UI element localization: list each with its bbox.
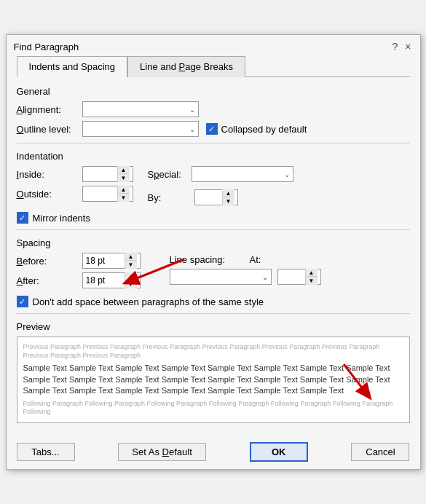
before-spinner-buttons: ▲ ▼ — [125, 253, 137, 269]
outside-up-button[interactable]: ▲ — [118, 186, 130, 194]
after-value: 18 pt — [86, 275, 125, 286]
at-down-button[interactable]: ▼ — [306, 277, 317, 285]
spacing-label: Spacing — [17, 237, 410, 248]
at-label-ls: At: — [250, 254, 261, 265]
outside-row: Outside: ▲ ▼ — [17, 186, 133, 202]
inside-spinner-buttons: ▲ ▼ — [117, 166, 130, 182]
preview-label: Preview — [17, 321, 410, 332]
by-row: By: ▲ ▼ — [148, 189, 293, 205]
line-spacing-select[interactable]: ⌄ — [170, 269, 272, 285]
outside-down-button[interactable]: ▼ — [118, 194, 130, 202]
by-spinner[interactable]: ▲ ▼ — [194, 189, 238, 205]
collapsed-checkbox[interactable]: ✓ — [206, 123, 218, 135]
dont-add-space-checkbox[interactable]: ✓ — [17, 296, 28, 307]
svg-line-3 — [344, 364, 369, 397]
inside-row: Inside: ▲ ▼ — [17, 166, 133, 182]
outline-level-arrow-icon: ⌄ — [189, 125, 195, 133]
dialog-body: Indents and Spacing Line and Page Breaks… — [7, 55, 420, 436]
line-spacing-col: Line spacing: At: ⌄ ▲ ▼ — [170, 254, 321, 288]
general-label: General — [17, 86, 410, 97]
special-row: Special: ⌄ — [148, 166, 293, 182]
tab-line-page-breaks[interactable]: Line and Page Breaks — [127, 56, 245, 77]
ok-button[interactable]: OK — [250, 442, 308, 462]
tab-indents-spacing[interactable]: Indents and Spacing — [17, 56, 128, 77]
special-arrow-icon: ⌄ — [284, 170, 290, 178]
tab-bar: Indents and Spacing Line and Page Breaks — [17, 55, 410, 77]
footer: Tabs... Set As Default OK Cancel — [7, 436, 420, 469]
close-button[interactable]: × — [403, 41, 412, 52]
mirror-indents-label: Mirror indents — [33, 213, 90, 224]
inside-label: Inside: — [17, 169, 82, 180]
before-row: Before: 18 pt ▲ ▼ — [17, 253, 141, 269]
inside-spinner[interactable]: ▲ ▼ — [82, 166, 133, 182]
outline-level-label: Outline level: — [17, 124, 82, 135]
dialog-title: Find Paragraph — [14, 42, 79, 52]
tab-indents-spacing-label: Indents and Spacing — [29, 61, 116, 72]
before-label: Before: — [17, 256, 82, 267]
after-label: After: — [17, 275, 82, 286]
indentation-section: Indentation Inside: ▲ ▼ — [17, 151, 410, 224]
dont-add-space-label: Don't add space between paragraphs of th… — [33, 296, 264, 307]
by-spinner-buttons: ▲ ▼ — [222, 189, 234, 205]
outside-spinner-buttons: ▲ ▼ — [117, 186, 130, 202]
cancel-button[interactable]: Cancel — [351, 443, 409, 461]
after-row: After: 18 pt ▲ ▼ — [17, 272, 141, 288]
preview-box: Previous Paragraph Previous Paragraph Pr… — [17, 336, 410, 423]
by-up-button[interactable]: ▲ — [223, 189, 234, 197]
outside-spinner[interactable]: ▲ ▼ — [82, 186, 133, 202]
before-after-col: Before: 18 pt ▲ ▼ After: 18 pt — [17, 253, 141, 292]
outside-label: Outside: — [17, 189, 82, 200]
find-paragraph-dialog: Find Paragraph ? × Indents and Spacing L… — [6, 34, 421, 470]
inside-up-button[interactable]: ▲ — [118, 166, 130, 174]
divider-1 — [17, 143, 410, 143]
alignment-row: Alignment: ⌄ — [17, 101, 410, 117]
inside-outside-col: Inside: ▲ ▼ Outside: — [17, 166, 133, 205]
title-bar-controls: ? × — [391, 41, 413, 52]
line-spacing-row: Line spacing: At: — [170, 254, 321, 265]
by-label: By: — [148, 192, 192, 203]
special-select[interactable]: ⌄ — [192, 166, 293, 182]
dont-add-space-row: ✓ Don't add space between paragraphs of … — [17, 296, 410, 307]
at-spinner-buttons: ▲ ▼ — [305, 269, 317, 285]
mirror-indents-checkbox[interactable]: ✓ — [17, 212, 28, 224]
before-spinner[interactable]: 18 pt ▲ ▼ — [82, 253, 141, 269]
collapsed-label: Collapsed by default — [221, 124, 307, 135]
divider-2 — [17, 229, 410, 230]
line-spacing-arrow-icon: ⌄ — [262, 273, 268, 281]
outline-level-select[interactable]: ⌄ — [82, 121, 199, 137]
preview-arrow-icon — [329, 357, 387, 408]
after-down-button[interactable]: ▼ — [125, 280, 137, 288]
tab-line-page-breaks-label: Line and Page Breaks — [140, 61, 233, 72]
special-label: Special: — [148, 169, 192, 180]
title-bar: Find Paragraph ? × — [7, 35, 420, 55]
before-down-button[interactable]: ▼ — [125, 261, 137, 269]
special-col: Special: ⌄ By: ▲ ▼ — [148, 166, 293, 209]
general-section: General Alignment: ⌄ Outline level: ⌄ ✓ … — [17, 86, 410, 137]
line-spacing-label: Line spacing: — [170, 254, 235, 265]
outline-level-row: Outline level: ⌄ ✓ Collapsed by default — [17, 121, 410, 137]
mirror-indents-row: ✓ Mirror indents — [17, 212, 410, 224]
after-up-button[interactable]: ▲ — [125, 272, 137, 280]
before-value: 18 pt — [86, 256, 125, 266]
inside-down-button[interactable]: ▼ — [118, 174, 130, 182]
set-default-button[interactable]: Set As Default — [118, 443, 205, 461]
divider-3 — [17, 313, 410, 314]
tabs-button[interactable]: Tabs... — [17, 443, 75, 461]
alignment-select[interactable]: ⌄ — [82, 101, 199, 117]
indentation-label: Indentation — [17, 151, 410, 162]
before-up-button[interactable]: ▲ — [125, 253, 137, 261]
help-button[interactable]: ? — [391, 41, 400, 52]
after-spinner-buttons: ▲ ▼ — [125, 272, 137, 288]
at-spinner[interactable]: ▲ ▼ — [277, 269, 321, 285]
spacing-section: Spacing Before: 18 pt — [17, 237, 410, 307]
line-spacing-controls-row: ⌄ ▲ ▼ — [170, 269, 321, 285]
alignment-arrow-icon: ⌄ — [189, 106, 195, 114]
by-down-button[interactable]: ▼ — [223, 197, 234, 205]
at-up-button[interactable]: ▲ — [306, 269, 317, 277]
after-spinner[interactable]: 18 pt ▲ ▼ — [82, 272, 141, 288]
alignment-label: Alignment: — [17, 104, 82, 115]
preview-section: Preview Previous Paragraph Previous Para… — [17, 321, 410, 423]
